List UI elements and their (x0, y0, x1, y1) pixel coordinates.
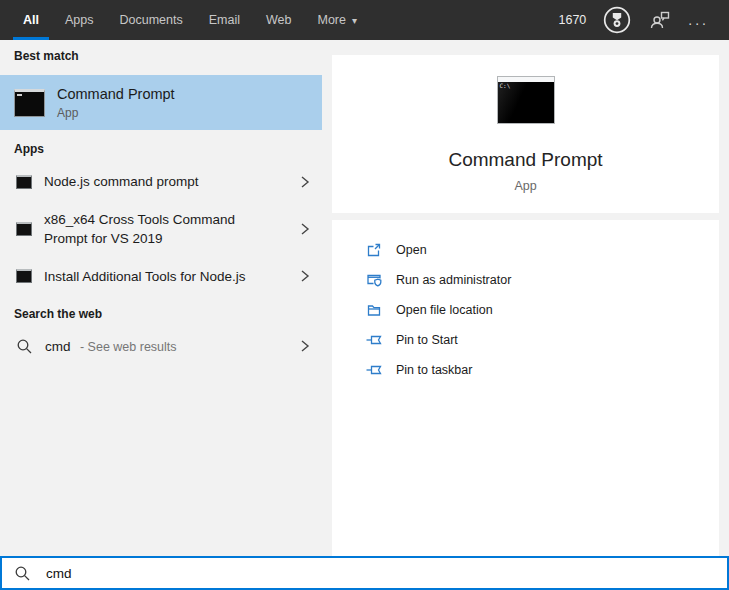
pin-icon (366, 362, 382, 378)
action-label: Run as administrator (396, 273, 511, 287)
tab-email-label: Email (209, 13, 240, 27)
command-prompt-icon-large: C:\ (497, 76, 555, 124)
shield-window-icon (366, 272, 382, 288)
action-open[interactable]: Open (366, 235, 719, 265)
tab-apps[interactable]: Apps (52, 0, 107, 40)
app-result-label: Install Additional Tools for Node.js (44, 267, 246, 287)
search-web-header: Search the web (0, 295, 322, 328)
tab-documents-label: Documents (119, 13, 182, 27)
best-match-subtitle: App (57, 106, 175, 120)
actions-card: Open Run as administrator (332, 220, 719, 556)
rewards-points: 1670 (559, 13, 587, 27)
chevron-right-icon[interactable] (300, 222, 310, 236)
results-list: Best match Command Prompt App Apps Node.… (0, 40, 322, 556)
action-label: Open (396, 243, 427, 257)
command-prompt-icon (14, 89, 45, 117)
tab-apps-label: Apps (65, 13, 94, 27)
best-match-header: Best match (0, 40, 322, 67)
tab-more-label: More (317, 13, 345, 27)
chevron-right-icon[interactable] (300, 175, 310, 189)
app-result-install-tools[interactable]: Install Additional Tools for Node.js (0, 258, 322, 296)
search-results-panel: Best match Command Prompt App Apps Node.… (0, 40, 729, 556)
tab-all[interactable]: All (10, 0, 52, 40)
filter-tabs: All Apps Documents Email Web More ▾ (10, 0, 370, 40)
chevron-right-icon[interactable] (300, 269, 310, 283)
best-match-title: Command Prompt (57, 86, 175, 102)
preview-pane: C:\ Command Prompt App Open (322, 40, 729, 556)
tab-all-label: All (23, 13, 39, 27)
tab-email[interactable]: Email (196, 0, 253, 40)
action-pin-to-taskbar[interactable]: Pin to taskbar (366, 355, 719, 385)
pin-icon (366, 332, 382, 348)
preview-card: C:\ Command Prompt App (332, 55, 719, 213)
terminal-icon (16, 269, 32, 283)
search-input[interactable] (46, 566, 715, 581)
action-label: Pin to Start (396, 333, 458, 347)
search-filter-bar: All Apps Documents Email Web More ▾ 1670 (0, 0, 729, 40)
tab-web[interactable]: Web (253, 0, 304, 40)
taskbar-search-box[interactable] (0, 556, 729, 590)
more-options-button[interactable]: ... (688, 12, 709, 28)
action-open-file-location[interactable]: Open file location (366, 295, 719, 325)
terminal-prompt-glyph: C:\ (500, 83, 511, 89)
search-icon (14, 565, 31, 582)
app-result-label: x86_x64 Cross Tools Command Prompt for V… (44, 210, 256, 249)
web-query-text: cmd (45, 339, 71, 354)
tab-more[interactable]: More ▾ (304, 0, 370, 40)
feedback-person-icon[interactable] (648, 8, 672, 32)
action-label: Pin to taskbar (396, 363, 472, 377)
tab-web-label: Web (266, 13, 291, 27)
action-run-as-administrator[interactable]: Run as administrator (366, 265, 719, 295)
action-pin-to-start[interactable]: Pin to Start (366, 325, 719, 355)
app-result-nodejs-prompt[interactable]: Node.js command prompt (0, 163, 322, 201)
search-icon (16, 338, 33, 355)
terminal-icon (16, 175, 32, 189)
preview-title: Command Prompt (448, 149, 602, 171)
action-label: Open file location (396, 303, 493, 317)
terminal-icon (16, 222, 32, 236)
apps-section-header: Apps (0, 130, 322, 163)
chevron-right-icon[interactable] (300, 339, 310, 353)
tab-documents[interactable]: Documents (106, 0, 195, 40)
chevron-down-icon: ▾ (352, 15, 357, 26)
preview-subtitle: App (514, 179, 536, 193)
best-match-result[interactable]: Command Prompt App (0, 75, 322, 130)
open-icon (366, 242, 382, 258)
web-search-result[interactable]: cmd - See web results (0, 328, 322, 364)
web-suffix-text: - See web results (80, 340, 177, 354)
app-result-label: Node.js command prompt (44, 172, 199, 192)
folder-icon (366, 302, 382, 318)
rewards-medal-icon[interactable] (602, 5, 632, 35)
app-result-vs-cross-tools[interactable]: x86_x64 Cross Tools Command Prompt for V… (0, 201, 322, 258)
topbar-right-cluster: 1670 ... (559, 5, 709, 35)
